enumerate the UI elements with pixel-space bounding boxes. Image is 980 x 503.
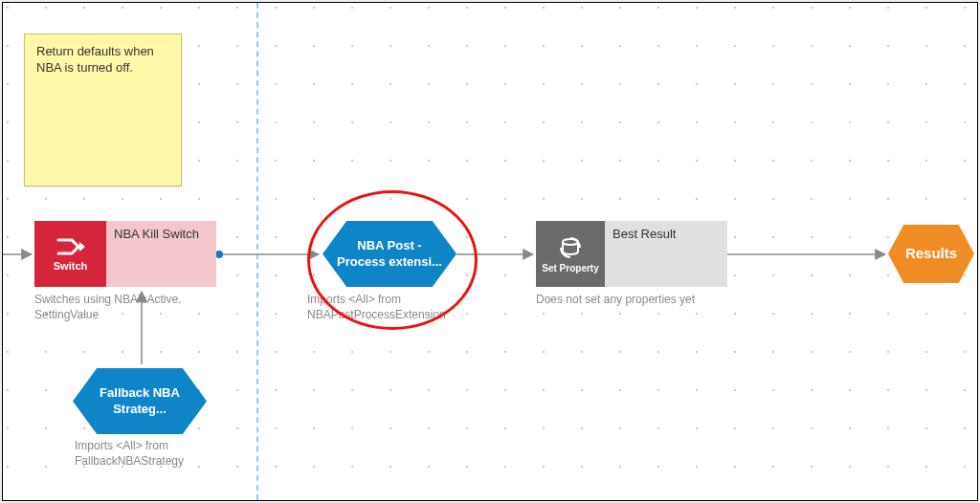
results-title: Results: [905, 245, 957, 263]
fallback-desc: Imports <All> from FallbackNBAStrategy: [75, 438, 256, 469]
results-node[interactable]: Results: [888, 225, 974, 283]
nba-post-node[interactable]: NBA Post -Process extensi...: [323, 221, 457, 287]
switch-out-port[interactable]: [215, 251, 223, 258]
set-property-node[interactable]: Set Property Best Result: [536, 221, 727, 287]
set-property-icon-label: Set Property: [542, 263, 598, 273]
fallback-node[interactable]: Fallback NBA Strateg...: [73, 368, 207, 434]
switch-title: NBA Kill Switch: [106, 221, 216, 287]
switch-icon: [56, 236, 85, 257]
database-rotate-icon: [558, 235, 583, 260]
switch-icon-block: Switch: [34, 221, 106, 287]
set-property-title: Best Result: [605, 221, 727, 287]
note-text: Return defaults when NBA is turned off.: [36, 44, 154, 75]
switch-desc: Switches using NBAIsActive. SettingValue: [34, 292, 235, 322]
set-property-icon-block: Set Property: [536, 221, 605, 287]
nba-post-desc: Imports <All> from NBAPostProcessExtensi…: [307, 292, 508, 322]
canvas: Return defaults when NBA is turned off. …: [2, 2, 978, 501]
set-property-desc: Does not set any properties yet: [536, 292, 756, 307]
nba-post-title: NBA Post -Process extensi...: [336, 238, 443, 270]
switch-icon-label: Switch: [54, 260, 87, 272]
switch-node[interactable]: Switch NBA Kill Switch: [34, 221, 216, 287]
sticky-note[interactable]: Return defaults when NBA is turned off.: [24, 33, 182, 186]
fallback-title: Fallback NBA Strateg...: [86, 385, 193, 417]
